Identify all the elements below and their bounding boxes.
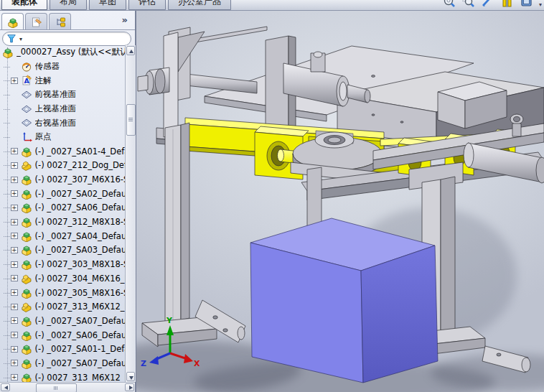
plane-icon: [21, 89, 32, 101]
assembly-icon: [21, 174, 32, 185]
tree-item-label: 前视基准面: [35, 89, 77, 100]
tree-item[interactable]: + (-) 0027_304_M6X16_IS: [0, 271, 125, 286]
tree-item[interactable]: + (-) _0027_SA07_Default<: [0, 356, 125, 370]
ribbon-tab[interactable]: 评估: [128, 0, 166, 10]
expander-icon[interactable]: +: [11, 148, 18, 154]
filter-dropdown-caret[interactable]: ▾: [19, 36, 22, 42]
expander-icon[interactable]: +: [11, 261, 18, 268]
expander-icon[interactable]: +: [11, 360, 18, 366]
propertymanager-tab[interactable]: [25, 13, 47, 30]
expander-icon[interactable]: +: [11, 205, 18, 211]
ribbon-tab[interactable]: 布局: [50, 0, 87, 10]
zoom-to-fit-icon[interactable]: [442, 0, 456, 9]
filter-icon: [6, 34, 17, 44]
ribbon-tab[interactable]: 办公室产品: [168, 0, 231, 10]
assembly-icon: [21, 216, 32, 228]
triad-y-label: Y: [166, 316, 173, 325]
display-style-icon[interactable]: [520, 0, 534, 9]
graphics-viewport[interactable]: Y X Z: [136, 10, 544, 392]
tree-item[interactable]: + (-) 0027_313_M6X12_IS: [0, 299, 125, 314]
assembly-icon: [21, 330, 32, 341]
tree-item-label: 注解: [35, 75, 52, 86]
tree-item[interactable]: + 传感器: [0, 60, 125, 74]
tree-item[interactable]: + (-) 0027_212_Dog_Defa: [0, 159, 125, 173]
tree-item[interactable]: + 前视基准面: [0, 88, 125, 102]
clipping-icon[interactable]: [500, 0, 515, 9]
tree-vertical-scrollbar[interactable]: [125, 45, 136, 382]
tree-item-label: (-) 0027_304_M6X16_IS: [35, 274, 125, 284]
annotations-icon: [21, 75, 32, 86]
tree-item[interactable]: + (-) _0027_SA01-1_Defau: [0, 342, 125, 356]
tree-filter-box[interactable]: ▾: [2, 32, 131, 46]
expander-icon[interactable]: +: [11, 162, 18, 169]
tree-item[interactable]: + (-) _0027_SA01-4_Defau: [0, 144, 125, 159]
tree-item[interactable]: + _000027_Assy (默认<<默认: [0, 45, 125, 60]
assembly-icon: [21, 202, 32, 213]
expander-icon[interactable]: +: [11, 317, 18, 324]
ribbon-tab[interactable]: 装配体: [1, 0, 47, 10]
assembly-icon: [21, 244, 32, 256]
expander-icon[interactable]: +: [11, 346, 18, 353]
zoom-to-area-icon[interactable]: [461, 0, 476, 9]
triad-x-label: X: [194, 359, 200, 368]
tree-item[interactable]: + (-) 0027_312_M8X18-SW: [0, 215, 125, 229]
section-view-icon[interactable]: [481, 0, 495, 9]
tree-item[interactable]: + (-) 0027_303_M8X18-SW: [0, 257, 125, 271]
tree-item-label: (-) _0027_SA03_Default<: [35, 245, 125, 255]
tree-horizontal-scrollbar[interactable]: [0, 382, 135, 392]
scroll-right-button[interactable]: [125, 383, 134, 391]
featuremanager-tab[interactable]: [1, 13, 24, 30]
expander-icon[interactable]: +: [11, 233, 18, 239]
tree-item[interactable]: + (-) _0027_SA06_Default<: [0, 201, 125, 215]
tree-item-label: (-) 0027_212_Dog_Defa: [35, 160, 125, 170]
scroll-left-button[interactable]: [1, 383, 10, 391]
part-icon: [21, 159, 32, 171]
assembly-icon: [21, 188, 32, 200]
assembly-icon: [21, 343, 32, 355]
scrollbar-thumb[interactable]: [36, 383, 77, 392]
workpiece-box[interactable]: [250, 218, 438, 383]
tree-item[interactable]: + (-) _0027_SA04_Default<: [0, 229, 125, 243]
tree-item-label: _000027_Assy (默认<<默认: [17, 47, 125, 57]
scroll-up-button[interactable]: [126, 46, 135, 55]
tree-item[interactable]: + (-) 0027_313_M6X12_IS: [0, 370, 125, 382]
assembly-icon: [21, 230, 32, 242]
tree-item[interactable]: + 上视基准面: [0, 102, 125, 116]
configurationmanager-tab[interactable]: [49, 13, 71, 30]
expander-icon[interactable]: +: [11, 190, 18, 197]
expander-icon[interactable]: +: [11, 289, 18, 296]
scroll-down-button[interactable]: [126, 372, 135, 381]
ribbon-tab[interactable]: 草图: [89, 0, 126, 10]
expander-icon[interactable]: +: [11, 275, 18, 281]
panel-overflow-chevron[interactable]: »: [122, 14, 128, 25]
assembly-model[interactable]: Y X Z: [136, 10, 544, 392]
feature-tree: + _000027_Assy (默认<<默认 + 传感器 + 注解 + 前视基准…: [0, 45, 125, 382]
tree-item[interactable]: + (-) 0027_305_M8X16-SW: [0, 286, 125, 300]
tree-item[interactable]: + (-) _0027_SA02_Default<: [0, 187, 125, 201]
tree-item[interactable]: + (-) _0027_SA03_Default<: [0, 243, 125, 258]
expander-icon[interactable]: +: [11, 177, 18, 183]
expander-icon[interactable]: +: [11, 247, 18, 253]
tree-item-label: (-) 0027_307_M6X16-SW: [35, 174, 125, 185]
tree-item[interactable]: + 原点: [0, 130, 125, 144]
featuremanager-panel: » ▾ + _000027_Assy (默认<<默认 + 传感器 + 注解 + …: [0, 10, 136, 392]
part-icon: [21, 301, 32, 312]
expander-icon[interactable]: +: [11, 304, 18, 310]
tree-item-label: (-) 0027_313_M6X12_IS: [35, 302, 125, 312]
expander-icon[interactable]: +: [11, 219, 18, 225]
assembly-icon: [21, 358, 32, 369]
assembly-icon: [2, 47, 14, 58]
tree-item[interactable]: + (-) 0027_307_M6X16-SW: [0, 172, 125, 187]
tree-item-label: (-) _0027_SA06_Default<: [35, 202, 125, 213]
tree-item[interactable]: + (-) _0027_SA06_Default<: [0, 328, 125, 342]
tree-item[interactable]: + (-) _0027_SA07_Default<: [0, 314, 125, 328]
ribbon-strip: 装配体布局草图评估办公室产品 ▾: [0, 0, 544, 11]
tree-item[interactable]: + 注解: [0, 73, 125, 88]
expander-icon[interactable]: +: [11, 332, 18, 338]
tree-item-label: 右视基准面: [35, 118, 77, 129]
headsup-dropdown-caret[interactable]: ▾: [539, 1, 542, 8]
tree-item[interactable]: + 右视基准面: [0, 116, 125, 130]
expander-icon[interactable]: +: [11, 78, 18, 84]
expander-icon[interactable]: +: [11, 374, 18, 381]
scrollbar-thumb[interactable]: [126, 104, 136, 136]
